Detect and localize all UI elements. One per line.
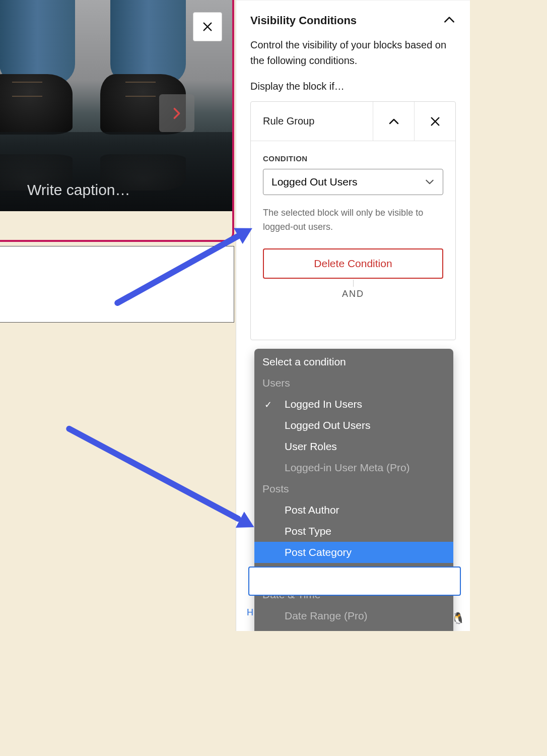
caption-placeholder[interactable]: Write caption… xyxy=(27,181,130,199)
close-icon xyxy=(430,116,441,127)
collapse-rule-group-button[interactable] xyxy=(373,102,414,141)
dropdown-option[interactable]: User Roles xyxy=(254,436,453,457)
collapse-panel-button[interactable] xyxy=(443,13,456,28)
condition-help-text: The selected block will only be visible … xyxy=(263,206,443,234)
close-icon xyxy=(202,21,213,32)
condition-select-value: Logged Out Users xyxy=(271,176,357,188)
editor-canvas: Write caption… xyxy=(0,0,233,631)
display-if-label: Display the block if… xyxy=(250,81,456,92)
partial-link[interactable]: H xyxy=(247,607,253,618)
condition-select[interactable]: Logged Out Users xyxy=(263,169,443,195)
add-rule-button[interactable] xyxy=(248,566,461,596)
panel-title: Visibility Conditions xyxy=(250,14,357,27)
chevron-up-icon xyxy=(388,115,400,128)
dropdown-placeholder: Select a condition xyxy=(254,349,453,372)
mascot-icon: 🐧 xyxy=(451,612,465,625)
check-icon: ✓ xyxy=(264,399,272,410)
panel-description: Control the visibility of your blocks ba… xyxy=(250,37,456,69)
dropdown-option[interactable]: Post Type xyxy=(254,521,453,542)
delete-rule-group-button[interactable] xyxy=(414,102,455,141)
delete-condition-button[interactable]: Delete Condition xyxy=(263,248,443,279)
dropdown-option[interactable]: Logged Out Users xyxy=(254,415,453,436)
dropdown-option: Date Range (Pro) xyxy=(254,605,453,626)
chevron-up-icon xyxy=(443,13,456,26)
dropdown-option[interactable]: Post Category xyxy=(254,542,453,563)
panel-header[interactable]: Visibility Conditions xyxy=(236,0,470,37)
and-connector: AND xyxy=(263,289,443,299)
dropdown-option: Date Recurring (Pro) xyxy=(254,626,453,631)
chevron-down-icon xyxy=(425,177,435,187)
dropdown-group-label: Users xyxy=(254,372,453,394)
condition-field-label: CONDITION xyxy=(263,154,443,163)
next-slide-button[interactable] xyxy=(159,94,194,132)
dropdown-option[interactable]: Logged In Users✓ xyxy=(254,394,453,415)
slider-image-block[interactable]: Write caption… xyxy=(0,0,234,242)
dropdown-option: Logged-in User Meta (Pro) xyxy=(254,457,453,478)
remove-slide-button[interactable] xyxy=(193,12,222,41)
rule-group: Rule Group CONDITION Logged Out Users Th… xyxy=(250,101,456,340)
rule-group-title: Rule Group xyxy=(251,102,373,141)
chevron-right-icon xyxy=(170,106,184,120)
dropdown-group-label: Posts xyxy=(254,478,453,499)
dropdown-option[interactable]: Post Author xyxy=(254,499,453,521)
